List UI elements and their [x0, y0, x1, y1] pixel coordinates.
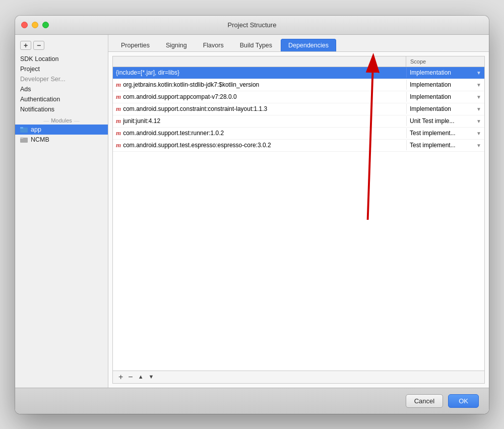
dep-cell-6: m com.android.support.test.espresso:espr… — [113, 140, 406, 151]
dep-icon-1: m — [116, 81, 121, 89]
main-area: Properties Signing Flavors Build Types D… — [108, 35, 489, 388]
scope-text-5: Test implement... — [410, 130, 456, 137]
add-sidebar-button[interactable]: + — [20, 41, 31, 50]
dep-text-5: com.android.support.test:runner:1.0.2 — [123, 130, 224, 137]
table-footer: + − ▲ ▼ — [113, 371, 484, 383]
sidebar-item-app[interactable]: app — [15, 125, 108, 135]
tab-build-types[interactable]: Build Types — [232, 39, 280, 51]
dropdown-arrow-1: ▼ — [476, 82, 481, 88]
col-scope-header: Scope — [406, 56, 484, 67]
scope-text-3: Implementation — [410, 105, 451, 112]
table-row[interactable]: m com.android.support.constraint:constra… — [113, 103, 484, 115]
scope-text-1: Implementation — [410, 81, 451, 88]
scope-text-6: Test implement... — [410, 142, 456, 149]
table-row[interactable]: m com.android.support.test:runner:1.0.2 … — [113, 128, 484, 140]
dep-text-0: {include=[*.jar], dir=libs} — [116, 69, 179, 76]
dropdown-arrow-3: ▼ — [476, 106, 481, 112]
remove-dep-button[interactable]: − — [127, 373, 134, 381]
titlebar: Project Structure — [15, 16, 489, 35]
dep-icon-2: m — [116, 93, 121, 101]
scope-text-4: Unit Test imple... — [410, 117, 454, 125]
dropdown-arrow-0: ▼ — [476, 70, 481, 76]
window-title: Project Structure — [228, 21, 277, 29]
sidebar-toolbar: + − — [15, 39, 108, 54]
sidebar-item-sdk-location[interactable]: SDK Location — [15, 54, 108, 64]
ok-button[interactable]: OK — [448, 394, 479, 408]
dep-text-6: com.android.support.test.espresso:espres… — [123, 142, 271, 149]
table-header: Scope — [113, 56, 484, 67]
window-footer: Cancel OK — [15, 388, 489, 414]
close-button[interactable] — [21, 22, 28, 28]
dep-text-4: junit:junit:4.12 — [123, 117, 160, 125]
table-row[interactable]: m com.android.support:appcompat-v7:28.0.… — [113, 91, 484, 103]
svg-rect-3 — [20, 137, 23, 139]
tab-flavors[interactable]: Flavors — [196, 39, 231, 51]
sidebar-item-developer-services[interactable]: Developer Ser... — [15, 74, 108, 84]
table-body: {include=[*.jar], dir=libs} Implementati… — [113, 67, 484, 371]
table-row[interactable]: {include=[*.jar], dir=libs} Implementati… — [113, 67, 484, 79]
remove-sidebar-button[interactable]: − — [33, 41, 44, 50]
sidebar-item-ads[interactable]: Ads — [15, 84, 108, 94]
tabs-bar: Properties Signing Flavors Build Types D… — [108, 35, 489, 52]
minimize-button[interactable] — [32, 22, 38, 28]
table-row[interactable]: m org.jetbrains.kotlin:kotlin-stdlib-jdk… — [113, 79, 484, 91]
sidebar-item-notifications[interactable]: Notifications — [15, 104, 108, 114]
dep-cell-5: m com.android.support.test:runner:1.0.2 — [113, 128, 406, 139]
scope-cell-1[interactable]: Implementation ▼ — [406, 80, 484, 90]
scope-cell-5[interactable]: Test implement... ▼ — [406, 128, 484, 138]
dep-cell-3: m com.android.support.constraint:constra… — [113, 103, 406, 114]
tab-dependencies[interactable]: Dependencies — [281, 39, 336, 51]
folder-ncmb-icon — [20, 136, 28, 143]
svg-rect-1 — [20, 127, 23, 129]
table-container: Scope {include=[*.jar], dir=libs} Implem… — [108, 52, 489, 388]
sidebar-item-authentication[interactable]: Authentication — [15, 94, 108, 104]
dropdown-arrow-5: ▼ — [476, 131, 481, 136]
module-ncmb-label: NCMB — [31, 136, 49, 143]
modules-section-label: Modules — [15, 114, 108, 125]
dep-icon-6: m — [116, 141, 121, 149]
dep-text-1: org.jetbrains.kotlin:kotlin-stdlib-jdk7:… — [123, 81, 259, 88]
scope-text-2: Implementation — [410, 93, 451, 100]
sidebar-item-ncmb[interactable]: NCMB — [15, 135, 108, 145]
sidebar-item-project[interactable]: Project — [15, 64, 108, 74]
project-structure-window: Project Structure + − SDK Location Proje… — [15, 16, 489, 414]
maximize-button[interactable] — [42, 22, 49, 28]
dropdown-arrow-2: ▼ — [476, 94, 481, 100]
dep-icon-5: m — [116, 129, 121, 137]
table-row[interactable]: m com.android.support.test.espresso:espr… — [113, 140, 484, 152]
col-dependency-header — [113, 56, 406, 67]
scope-text-0: Implementation — [410, 69, 451, 76]
module-app-label: app — [31, 126, 41, 133]
dropdown-arrow-6: ▼ — [476, 143, 481, 148]
move-up-button[interactable]: ▲ — [137, 374, 145, 380]
main-content: + − SDK Location Project Developer Ser..… — [15, 35, 489, 388]
table-row[interactable]: m junit:junit:4.12 Unit Test imple... ▼ — [113, 115, 484, 128]
dep-icon-4: m — [116, 117, 121, 125]
move-down-button[interactable]: ▼ — [147, 374, 156, 380]
dep-text-2: com.android.support:appcompat-v7:28.0.0 — [123, 93, 236, 100]
scope-cell-6[interactable]: Test implement... ▼ — [406, 140, 484, 150]
scope-cell-0[interactable]: Implementation ▼ — [406, 68, 484, 78]
dep-cell-4: m junit:junit:4.12 — [113, 115, 406, 127]
dropdown-arrow-4: ▼ — [476, 118, 481, 124]
scope-cell-4[interactable]: Unit Test imple... ▼ — [406, 116, 484, 126]
scope-cell-2[interactable]: Implementation ▼ — [406, 92, 484, 102]
dep-cell-2: m com.android.support:appcompat-v7:28.0.… — [113, 91, 406, 102]
dep-icon-3: m — [116, 105, 121, 113]
dep-cell-1: m org.jetbrains.kotlin:kotlin-stdlib-jdk… — [113, 79, 406, 90]
folder-app-icon — [20, 126, 28, 133]
window-controls — [21, 22, 49, 28]
dependency-table: Scope {include=[*.jar], dir=libs} Implem… — [112, 56, 485, 384]
sidebar: + − SDK Location Project Developer Ser..… — [15, 35, 108, 388]
tab-properties[interactable]: Properties — [113, 39, 157, 51]
cancel-button[interactable]: Cancel — [406, 394, 443, 408]
scope-cell-3[interactable]: Implementation ▼ — [406, 104, 484, 114]
dep-cell-0: {include=[*.jar], dir=libs} — [113, 68, 406, 78]
dep-text-3: com.android.support.constraint:constrain… — [123, 105, 267, 112]
add-dep-button[interactable]: + — [117, 373, 124, 381]
tab-signing[interactable]: Signing — [158, 39, 195, 51]
